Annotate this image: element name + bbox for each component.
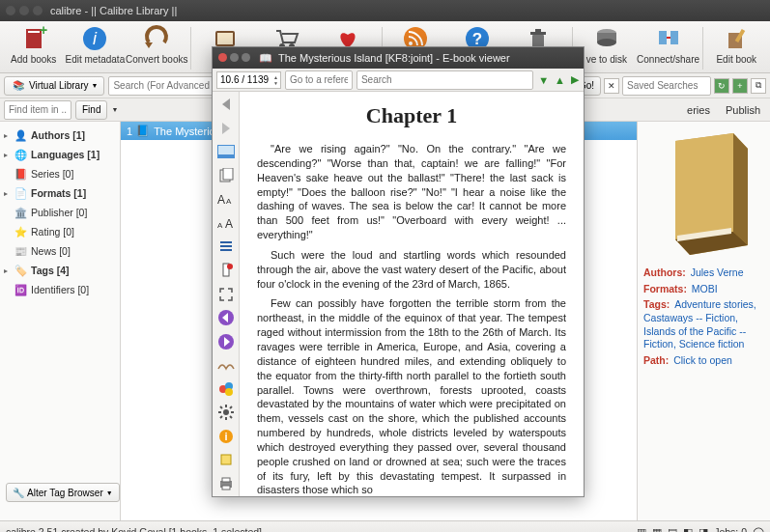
toc-icon[interactable] <box>215 238 237 256</box>
layout-icon-5[interactable]: ◨ <box>699 526 708 533</box>
viewer-title: The Mysterious Island [KF8:joint] - E-bo… <box>278 52 510 64</box>
edit-metadata-button[interactable]: i Edit metadata <box>65 23 125 65</box>
nav-back-icon[interactable] <box>215 96 237 114</box>
sidebar-item-series[interactable]: 📕Series [0] <box>2 164 118 183</box>
series-icon: 📕 <box>14 167 27 181</box>
paragraph: Few can possibly have forgotten the terr… <box>257 296 566 496</box>
page-position-spinner[interactable]: ▲▼ <box>216 71 281 89</box>
edit-book-icon <box>722 24 751 53</box>
font-size-icon[interactable]: AA <box>215 190 237 209</box>
goto-reference-input[interactable] <box>285 70 353 90</box>
reading-mode-icon[interactable] <box>215 356 237 375</box>
window-controls[interactable] <box>6 6 43 15</box>
disk-icon <box>592 24 621 53</box>
alter-tag-browser-button[interactable]: 🔧 Alter Tag Browser ▼ <box>6 483 120 502</box>
saved-searches-input[interactable] <box>622 76 711 96</box>
viewer-close-icon[interactable] <box>218 53 227 62</box>
highlight-icon[interactable] <box>215 451 237 469</box>
paragraph: Such were the loud and startling words w… <box>257 248 566 292</box>
path-link[interactable]: Click to open <box>673 354 732 366</box>
viewer-side-toolbar: AA AA i <box>213 92 240 496</box>
settings-icon[interactable] <box>215 404 237 422</box>
svg-text:A: A <box>217 221 223 230</box>
sidebar-item-authors[interactable]: ▸👤Authors [1] <box>2 126 118 145</box>
copy-search-icon[interactable]: ⧉ <box>751 78 766 94</box>
prev-page-icon[interactable] <box>215 309 237 327</box>
add-saved-search-icon[interactable]: + <box>732 78 748 94</box>
search-next-icon[interactable]: ▲ <box>554 74 566 86</box>
next-page-icon[interactable] <box>215 332 237 350</box>
save-to-disk-button[interactable]: ve to disk <box>577 23 636 65</box>
theme-icon[interactable] <box>215 379 237 398</box>
svg-point-43 <box>227 264 233 269</box>
close-icon[interactable] <box>6 6 15 15</box>
fullscreen-icon[interactable] <box>215 285 237 303</box>
sidebar-item-publisher[interactable]: 🏛️Publisher [0] <box>2 203 118 222</box>
viewer-max-icon[interactable] <box>242 53 250 62</box>
author-link[interactable]: Jules Verne <box>691 266 744 278</box>
search-prev-icon[interactable]: ▼ <box>537 74 550 86</box>
viewer-window-controls[interactable] <box>218 52 253 64</box>
main-window-titlebar: calibre - || Calibre Library || <box>0 0 770 21</box>
find-item-input[interactable] <box>4 100 71 120</box>
clear-search-icon[interactable]: ✕ <box>604 78 619 94</box>
add-books-button[interactable]: + Add books <box>4 23 63 65</box>
svg-rect-34 <box>223 168 233 180</box>
viewer-search-input[interactable] <box>356 70 533 90</box>
font-size-down-icon[interactable]: AA <box>215 214 237 233</box>
nav-forward-icon[interactable] <box>215 120 237 138</box>
viewer-min-icon[interactable] <box>230 53 239 62</box>
layout-icon-3[interactable]: ▤ <box>668 526 677 533</box>
sidebar-item-identifiers[interactable]: 🆔Identifiers [0] <box>2 280 118 299</box>
search-next2-icon[interactable]: ▶ <box>570 73 580 86</box>
connect-share-button[interactable]: Connect/share <box>639 23 699 65</box>
sidebar-item-languages[interactable]: ▸🌐Languages [1] <box>2 145 118 164</box>
maximize-icon[interactable] <box>33 6 43 15</box>
svg-rect-22 <box>670 31 678 44</box>
formats-icon: 📄 <box>14 186 27 200</box>
viewer-toolbar: ▲▼ ▼ ▲ ▶ <box>213 69 584 92</box>
sidebar-item-formats[interactable]: ▸📄Formats [1] <box>2 183 118 203</box>
svg-line-56 <box>230 406 232 408</box>
bookmark-icon[interactable] <box>215 262 237 280</box>
sidebar-item-rating[interactable]: ⭐Rating [0] <box>2 222 118 241</box>
book-cover[interactable] <box>656 131 753 257</box>
virtual-library-button[interactable]: 📚 Virtual Library ▼ <box>4 76 104 96</box>
globe-icon: 🌐 <box>14 148 27 161</box>
spin-down-icon[interactable]: ▼ <box>271 80 280 86</box>
jobs-spinner-icon[interactable]: ◯ <box>753 526 764 533</box>
copy-icon[interactable] <box>215 167 237 185</box>
page-position-input[interactable] <box>217 72 271 88</box>
svg-point-49 <box>223 409 229 415</box>
jobs-label: Jobs: 0 <box>714 526 747 533</box>
id-icon: 🆔 <box>14 283 27 296</box>
svg-rect-8 <box>225 33 233 44</box>
col-series[interactable]: eries <box>681 104 716 116</box>
add-books-label: Add books <box>11 54 56 65</box>
format-link[interactable]: MOBI <box>692 283 718 294</box>
col-publish[interactable]: Publish <box>720 104 766 116</box>
svg-rect-17 <box>535 29 541 32</box>
find-button[interactable]: Find <box>75 100 107 120</box>
layout-icon-1[interactable]: ▥ <box>637 526 646 533</box>
print-icon[interactable] <box>215 475 237 493</box>
sidebar-item-tags[interactable]: ▸🏷️Tags [4] <box>2 261 118 280</box>
sidebar-item-news[interactable]: 📰News [0] <box>2 241 118 261</box>
window-title: calibre - || Calibre Library || <box>50 5 177 16</box>
open-book-icon[interactable] <box>215 143 237 161</box>
metadata-icon[interactable]: i <box>215 427 237 445</box>
viewer-titlebar[interactable]: 📖 The Mysterious Island [KF8:joint] - E-… <box>213 47 584 69</box>
publisher-icon: 🏛️ <box>14 206 27 219</box>
edit-book-button[interactable]: Edit book <box>707 23 766 65</box>
add-books-icon: + <box>19 24 48 53</box>
layout-icon-4[interactable]: ◧ <box>683 526 693 533</box>
svg-rect-62 <box>222 478 230 482</box>
viewer-content[interactable]: Chapter 1 "Are we rising again?" "No. On… <box>240 92 584 496</box>
minimize-icon[interactable] <box>19 6 29 15</box>
save-search-icon[interactable]: ↻ <box>714 78 729 94</box>
svg-marker-5 <box>145 42 153 48</box>
layout-icon-2[interactable]: ▦ <box>652 526 662 533</box>
svg-line-55 <box>230 416 232 418</box>
convert-books-button[interactable]: Convert books <box>127 23 186 65</box>
svg-rect-60 <box>221 455 231 464</box>
